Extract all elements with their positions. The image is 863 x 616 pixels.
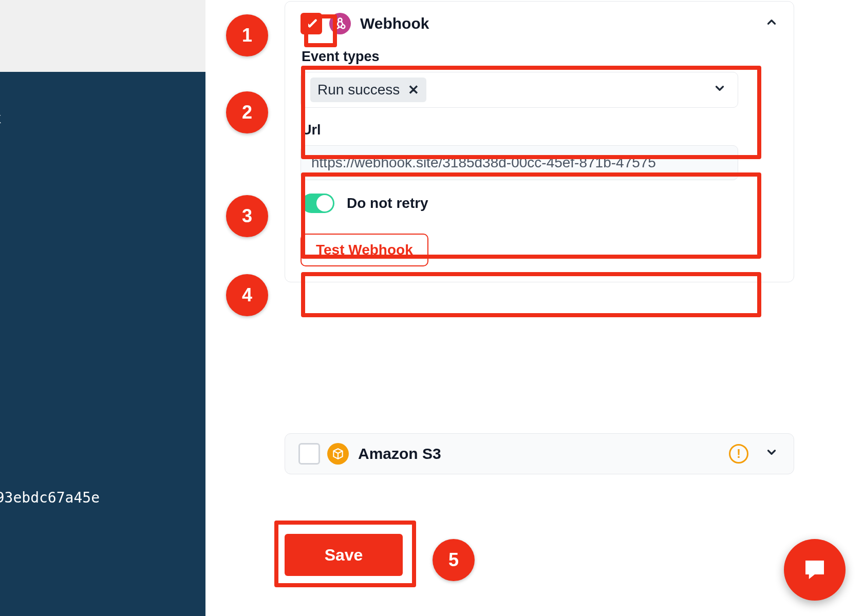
webhook-icon bbox=[329, 13, 351, 34]
code-line bbox=[0, 155, 205, 178]
webhook-title: Webhook bbox=[360, 15, 429, 32]
code-line bbox=[0, 463, 205, 486]
step-badge-5: 5 bbox=[433, 539, 475, 581]
event-tag: Run success ✕ bbox=[310, 78, 426, 102]
webhook-checkbox[interactable] bbox=[301, 13, 322, 34]
code-line: 8) bbox=[0, 368, 205, 391]
code-line: ice=1000000-max bbox=[0, 107, 205, 130]
code-line bbox=[0, 83, 205, 107]
step-badge-4: 4 bbox=[226, 274, 268, 316]
toggle-knob bbox=[316, 195, 333, 211]
test-webhook-button[interactable]: Test Webhook bbox=[301, 234, 428, 266]
webhook-card: Webhook Event types Run success ✕ Url ht… bbox=[285, 1, 794, 282]
code-line: 1) bbox=[0, 202, 205, 225]
s3-icon bbox=[327, 443, 349, 465]
do-not-retry-toggle[interactable] bbox=[302, 194, 334, 213]
remove-tag-icon[interactable]: ✕ bbox=[408, 82, 419, 98]
code-line bbox=[0, 510, 205, 533]
chat-icon bbox=[801, 556, 829, 584]
code-line: l Time\\ bbox=[0, 534, 205, 557]
svg-point-1 bbox=[341, 25, 345, 28]
event-types-select[interactable]: Run success ✕ bbox=[301, 72, 738, 108]
retry-row: Do not retry bbox=[302, 194, 778, 213]
chevron-down-icon[interactable] bbox=[713, 82, 726, 99]
code-line bbox=[0, 178, 205, 202]
url-input[interactable]: https://webhook.site/3185d38d-00cc-45ef-… bbox=[301, 145, 738, 180]
code-line: 10) bbox=[0, 415, 205, 439]
code-line: 2) bbox=[0, 225, 205, 249]
check-icon bbox=[305, 17, 318, 30]
s3-title: Amazon S3 bbox=[358, 445, 441, 463]
s3-checkbox[interactable] bbox=[298, 443, 320, 465]
chevron-down-icon[interactable] bbox=[765, 446, 778, 463]
event-tag-label: Run success bbox=[317, 82, 400, 98]
retry-label: Do not retry bbox=[347, 195, 428, 211]
main-pane: Webhook Event types Run success ✕ Url ht… bbox=[205, 0, 863, 616]
code-line bbox=[0, 439, 205, 463]
event-types-label: Event types bbox=[302, 49, 778, 65]
step-badge-1: 1 bbox=[226, 14, 268, 56]
save-button[interactable]: Save bbox=[285, 534, 403, 576]
step-badge-2: 2 bbox=[226, 91, 268, 133]
code-line: 7) bbox=[0, 344, 205, 368]
svg-point-0 bbox=[335, 25, 339, 28]
webhook-header[interactable]: Webhook bbox=[301, 13, 778, 34]
url-label: Url bbox=[302, 122, 778, 138]
step-badge-3: 3 bbox=[226, 195, 268, 237]
chat-fab[interactable] bbox=[784, 539, 846, 601]
code-line: 4) bbox=[0, 273, 205, 297]
code-line: 3) bbox=[0, 249, 205, 273]
code-line: 99accf93093ebdc67a45e bbox=[0, 486, 205, 510]
code-line: 6) bbox=[0, 320, 205, 344]
code-block: ice=1000000-max 1) 2) 3) 4) 5) 6) 7) 8) … bbox=[0, 72, 205, 616]
s3-card[interactable]: Amazon S3 ! bbox=[285, 433, 794, 474]
warning-icon: ! bbox=[729, 444, 748, 464]
code-line: 9) bbox=[0, 391, 205, 415]
left-pane: ice=1000000-max 1) 2) 3) 4) 5) 6) 7) 8) … bbox=[0, 0, 205, 616]
code-line bbox=[0, 130, 205, 154]
chevron-up-icon[interactable] bbox=[765, 15, 778, 32]
code-line: 5) bbox=[0, 297, 205, 320]
